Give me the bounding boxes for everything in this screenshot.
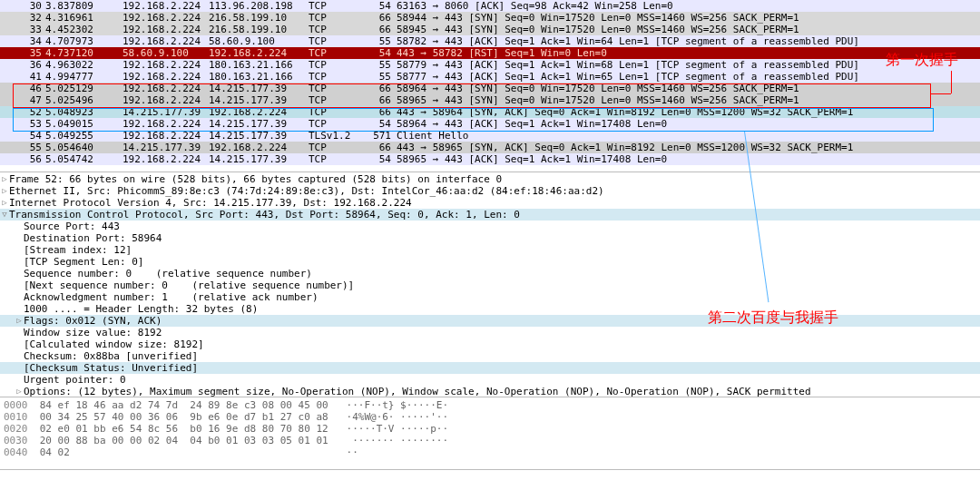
tree-row[interactable]: [Checksum Status: Unverified]	[0, 362, 980, 374]
hex-row[interactable]: 0000 84 ef 18 46 aa d2 74 7d 24 89 8e c3…	[4, 399, 976, 411]
packet-row[interactable]: 364.963022192.168.2.224180.163.21.166TCP…	[0, 59, 980, 71]
expander-closed-icon[interactable]: ▷	[15, 315, 24, 327]
col-info: 58779 → 443 [ACK] Seq=1 Ack=1 Win=68 Len…	[395, 59, 980, 71]
packet-row[interactable]: 414.994777192.168.2.224180.163.21.166TCP…	[0, 71, 980, 83]
expander-open-icon[interactable]: ▽	[0, 209, 9, 221]
col-len: 66	[363, 94, 395, 106]
packet-row[interactable]: 344.707973192.168.2.22458.60.9.100TCP555…	[0, 35, 980, 47]
packet-list-pane[interactable]: 303.837809192.168.2.224113.96.208.198TCP…	[0, 0, 980, 172]
tree-row[interactable]: ▽Transmission Control Protocol, Src Port…	[0, 209, 980, 221]
col-time: 4.963022	[45, 59, 122, 71]
packet-details-pane[interactable]: ▷Frame 52: 66 bytes on wire (528 bits), …	[0, 172, 980, 397]
tree-row[interactable]: ▷Internet Protocol Version 4, Src: 14.21…	[0, 197, 980, 209]
tree-row[interactable]: 1000 .... = Header Length: 32 bytes (8)	[0, 303, 980, 315]
packet-row[interactable]: 465.025129192.168.2.22414.215.177.39TCP6…	[0, 83, 980, 94]
col-src: 58.60.9.100	[122, 47, 209, 59]
col-src: 192.168.2.224	[122, 71, 209, 83]
expander-closed-icon[interactable]: ▷	[0, 185, 9, 197]
packet-row[interactable]: 545.049255192.168.2.22414.215.177.39TLSv…	[0, 130, 980, 142]
col-proto: TCP	[309, 106, 363, 118]
expander-closed-icon[interactable]: ▷	[0, 173, 9, 185]
tree-label: [Stream index: 12]	[24, 244, 132, 256]
col-no: 41	[0, 71, 45, 83]
tree-label: [Checksum Status: Unverified]	[24, 362, 198, 374]
col-info: 63163 → 8060 [ACK] Seq=98 Ack=42 Win=258…	[395, 0, 980, 12]
tree-row[interactable]: [Calculated window size: 8192]	[0, 338, 980, 350]
tree-row[interactable]: [Stream index: 12]	[0, 244, 980, 256]
col-dst: 14.215.177.39	[209, 118, 309, 130]
hex-ascii: ··	[347, 446, 358, 458]
tree-row[interactable]: ▷Frame 52: 66 bytes on wire (528 bits), …	[0, 173, 980, 185]
col-proto: TCP	[309, 47, 363, 59]
tree-row[interactable]: Acknowledgment number: 1 (relative ack n…	[0, 291, 980, 303]
col-src: 192.168.2.224	[122, 0, 209, 12]
tree-row[interactable]: Window size value: 8192	[0, 327, 980, 338]
packet-row[interactable]: 475.025496192.168.2.22414.215.177.39TCP6…	[0, 94, 980, 106]
col-no: 47	[0, 94, 45, 106]
hex-row[interactable]: 0020 02 e0 01 bb e6 54 8c 56 b0 16 9e d8…	[4, 423, 976, 435]
expander-closed-icon[interactable]: ▷	[15, 386, 24, 397]
tree-label: Destination Port: 58964	[24, 232, 162, 244]
col-len: 571	[363, 130, 395, 142]
tree-row[interactable]: Source Port: 443	[0, 221, 980, 232]
tree-row[interactable]: ▷Flags: 0x012 (SYN, ACK)	[0, 315, 980, 327]
packet-row[interactable]: 303.837809192.168.2.224113.96.208.198TCP…	[0, 0, 980, 12]
tree-row[interactable]: ▷Options: (12 bytes), Maximum segment si…	[0, 386, 980, 397]
col-proto: TCP	[309, 83, 363, 94]
packet-row[interactable]: 334.452302192.168.2.224216.58.199.10TCP6…	[0, 24, 980, 35]
tree-row[interactable]: [Next sequence number: 0 (relative seque…	[0, 279, 980, 291]
packet-row[interactable]: 324.316961192.168.2.224216.58.199.10TCP6…	[0, 12, 980, 24]
col-time: 4.707973	[45, 35, 122, 47]
col-len: 55	[363, 71, 395, 83]
tree-label: Checksum: 0x88ba [unverified]	[24, 350, 198, 362]
tree-label: [Calculated window size: 8192]	[24, 338, 204, 350]
col-len: 66	[363, 83, 395, 94]
col-time: 5.049255	[45, 130, 122, 142]
hex-bytes: 02 e0 01 bb e6 54 8c 56 b0 16 9e d8 80 7…	[40, 423, 335, 435]
col-no: 55	[0, 142, 45, 153]
col-no: 36	[0, 59, 45, 71]
col-proto: TCP	[309, 142, 363, 153]
tree-label: Frame 52: 66 bytes on wire (528 bits), 6…	[9, 173, 502, 185]
hex-offset: 0000	[4, 399, 28, 411]
col-time: 5.054640	[45, 142, 122, 153]
tree-row[interactable]: Destination Port: 58964	[0, 232, 980, 244]
tree-row[interactable]: Checksum: 0x88ba [unverified]	[0, 350, 980, 362]
packet-row[interactable]: 525.04892314.215.177.39192.168.2.224TCP6…	[0, 106, 980, 118]
expander-closed-icon[interactable]: ▷	[0, 197, 9, 209]
col-time: 5.054742	[45, 153, 122, 165]
col-src: 192.168.2.224	[122, 94, 209, 106]
hex-row[interactable]: 0010 00 34 25 57 40 00 36 06 9b e6 0e d7…	[4, 411, 976, 423]
col-info: 58777 → 443 [ACK] Seq=1 Ack=1 Win=65 Len…	[395, 71, 980, 83]
col-dst: 14.215.177.39	[209, 130, 309, 142]
hex-row[interactable]: 0030 20 00 88 ba 00 00 02 04 04 b0 01 03…	[4, 435, 976, 446]
hex-row[interactable]: 0040 04 02 ··	[4, 446, 976, 458]
packet-row[interactable]: 535.049015192.168.2.22414.215.177.39TCP5…	[0, 118, 980, 130]
hex-offset: 0020	[4, 423, 28, 435]
col-src: 192.168.2.224	[122, 35, 209, 47]
packet-row[interactable]: 565.054742192.168.2.22414.215.177.39TCP5…	[0, 153, 980, 165]
col-len: 66	[363, 12, 395, 24]
col-src: 192.168.2.224	[122, 24, 209, 35]
packet-row[interactable]: 354.73712058.60.9.100192.168.2.224TCP544…	[0, 47, 980, 59]
col-time: 3.837809	[45, 0, 122, 12]
packet-bytes-pane[interactable]: 0000 84 ef 18 46 aa d2 74 7d 24 89 8e c3…	[0, 397, 980, 470]
tree-label: 1000 .... = Header Length: 32 bytes (8)	[24, 303, 258, 315]
hex-ascii: ·····T·V ·····p··	[347, 423, 449, 435]
col-time: 4.316961	[45, 12, 122, 24]
col-proto: TCP	[309, 153, 363, 165]
col-proto: TCP	[309, 59, 363, 71]
tree-row[interactable]: ▷Ethernet II, Src: PhicommS_89:8e:c3 (74…	[0, 185, 980, 197]
col-proto: TLSv1.2	[309, 130, 363, 142]
hex-bytes: 04 02	[40, 446, 335, 458]
col-dst: 216.58.199.10	[209, 24, 309, 35]
col-proto: TCP	[309, 12, 363, 24]
packet-row[interactable]: 555.05464014.215.177.39192.168.2.224TCP6…	[0, 142, 980, 153]
col-info: 58782 → 443 [ACK] Seq=1 Ack=1 Win=64 Len…	[395, 35, 980, 47]
tree-row[interactable]: Urgent pointer: 0	[0, 374, 980, 386]
tree-label: Acknowledgment number: 1 (relative ack n…	[24, 291, 318, 303]
col-dst: 180.163.21.166	[209, 59, 309, 71]
col-time: 4.737120	[45, 47, 122, 59]
tree-row[interactable]: [TCP Segment Len: 0]	[0, 256, 980, 268]
tree-row[interactable]: Sequence number: 0 (relative sequence nu…	[0, 268, 980, 279]
